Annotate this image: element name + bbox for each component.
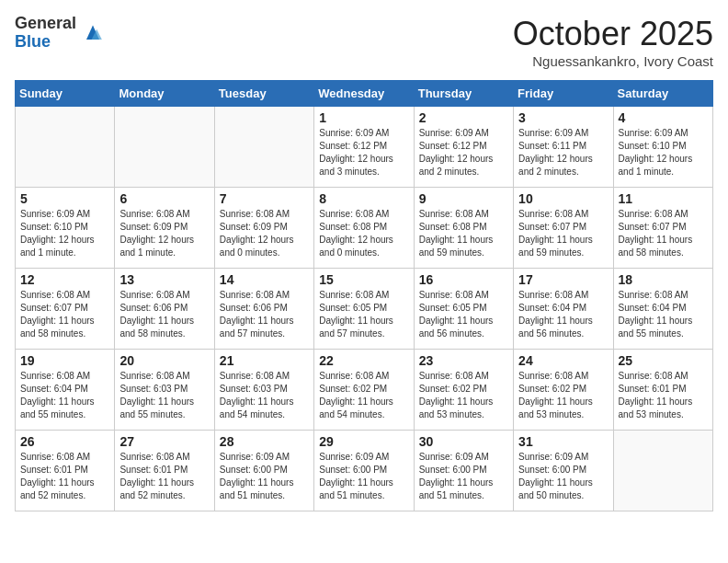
day-number: 24	[518, 353, 608, 368]
day-number: 23	[419, 353, 508, 368]
month-title: October 2025	[513, 15, 713, 53]
day-number: 4	[619, 110, 708, 125]
calendar-day-cell: 30Sunrise: 6:09 AM Sunset: 6:00 PM Dayli…	[414, 431, 513, 511]
calendar-day-cell: 19Sunrise: 6:08 AM Sunset: 6:04 PM Dayli…	[16, 350, 115, 431]
day-info: Sunrise: 6:09 AM Sunset: 6:12 PM Dayligh…	[419, 127, 508, 178]
day-info: Sunrise: 6:08 AM Sunset: 6:06 PM Dayligh…	[119, 289, 209, 340]
calendar-day-cell: 17Sunrise: 6:08 AM Sunset: 6:04 PM Dayli…	[514, 269, 613, 350]
calendar-week-row-0: 1Sunrise: 6:09 AM Sunset: 6:12 PM Daylig…	[16, 107, 713, 188]
calendar-week-row-1: 5Sunrise: 6:09 AM Sunset: 6:10 PM Daylig…	[16, 188, 713, 269]
day-number: 16	[419, 272, 508, 287]
calendar-week-row-4: 26Sunrise: 6:08 AM Sunset: 6:01 PM Dayli…	[16, 431, 713, 511]
day-info: Sunrise: 6:08 AM Sunset: 6:07 PM Dayligh…	[619, 208, 708, 259]
day-info: Sunrise: 6:09 AM Sunset: 6:12 PM Dayligh…	[319, 127, 408, 178]
day-number: 2	[419, 110, 508, 125]
day-number: 20	[119, 353, 209, 368]
day-info: Sunrise: 6:08 AM Sunset: 6:04 PM Dayligh…	[20, 370, 109, 421]
day-info: Sunrise: 6:08 AM Sunset: 6:09 PM Dayligh…	[119, 208, 209, 259]
calendar-day-cell: 16Sunrise: 6:08 AM Sunset: 6:05 PM Dayli…	[414, 269, 513, 350]
day-info: Sunrise: 6:08 AM Sunset: 6:02 PM Dayligh…	[419, 370, 508, 421]
day-number: 10	[518, 191, 608, 206]
day-number: 18	[619, 272, 708, 287]
calendar-day-cell: 14Sunrise: 6:08 AM Sunset: 6:06 PM Dayli…	[214, 269, 313, 350]
calendar-day-cell: 27Sunrise: 6:08 AM Sunset: 6:01 PM Dayli…	[115, 431, 214, 511]
calendar-day-cell: 29Sunrise: 6:09 AM Sunset: 6:00 PM Dayli…	[314, 431, 414, 511]
day-number: 6	[119, 191, 209, 206]
calendar-day-cell: 1Sunrise: 6:09 AM Sunset: 6:12 PM Daylig…	[314, 107, 414, 188]
day-number: 7	[220, 191, 309, 206]
day-number: 8	[319, 191, 408, 206]
day-info: Sunrise: 6:08 AM Sunset: 6:02 PM Dayligh…	[319, 370, 408, 421]
logo: General Blue	[15, 15, 106, 52]
day-number: 26	[20, 434, 109, 449]
logo-general: General	[15, 15, 76, 33]
day-info: Sunrise: 6:08 AM Sunset: 6:02 PM Dayligh…	[518, 370, 608, 421]
day-info: Sunrise: 6:08 AM Sunset: 6:07 PM Dayligh…	[518, 208, 608, 259]
day-info: Sunrise: 6:08 AM Sunset: 6:05 PM Dayligh…	[319, 289, 408, 340]
logo-blue: Blue	[15, 33, 76, 52]
day-number: 15	[319, 272, 408, 287]
day-info: Sunrise: 6:08 AM Sunset: 6:06 PM Dayligh…	[220, 289, 309, 340]
calendar-day-cell: 20Sunrise: 6:08 AM Sunset: 6:03 PM Dayli…	[115, 350, 214, 431]
day-info: Sunrise: 6:08 AM Sunset: 6:04 PM Dayligh…	[619, 289, 708, 340]
calendar-day-cell: 28Sunrise: 6:09 AM Sunset: 6:00 PM Dayli…	[214, 431, 313, 511]
day-info: Sunrise: 6:08 AM Sunset: 6:01 PM Dayligh…	[119, 451, 209, 502]
day-info: Sunrise: 6:08 AM Sunset: 6:01 PM Dayligh…	[20, 451, 109, 502]
day-info: Sunrise: 6:08 AM Sunset: 6:03 PM Dayligh…	[220, 370, 309, 421]
day-info: Sunrise: 6:09 AM Sunset: 6:11 PM Dayligh…	[518, 127, 608, 178]
calendar-day-cell	[115, 107, 214, 188]
day-info: Sunrise: 6:08 AM Sunset: 6:04 PM Dayligh…	[518, 289, 608, 340]
page-header: General Blue October 2025 Nguessankankro…	[15, 15, 713, 69]
calendar-day-cell: 4Sunrise: 6:09 AM Sunset: 6:10 PM Daylig…	[613, 107, 712, 188]
calendar-day-cell	[613, 431, 712, 511]
calendar-day-cell: 9Sunrise: 6:08 AM Sunset: 6:08 PM Daylig…	[414, 188, 513, 269]
header-tuesday: Tuesday	[214, 81, 313, 107]
day-number: 21	[220, 353, 309, 368]
day-number: 14	[220, 272, 309, 287]
day-info: Sunrise: 6:09 AM Sunset: 6:00 PM Dayligh…	[419, 451, 508, 502]
calendar-header-row: SundayMondayTuesdayWednesdayThursdayFrid…	[16, 81, 713, 107]
calendar-day-cell: 10Sunrise: 6:08 AM Sunset: 6:07 PM Dayli…	[514, 188, 613, 269]
calendar-day-cell: 8Sunrise: 6:08 AM Sunset: 6:08 PM Daylig…	[314, 188, 414, 269]
day-info: Sunrise: 6:09 AM Sunset: 6:00 PM Dayligh…	[319, 451, 408, 502]
header-friday: Friday	[514, 81, 613, 107]
day-info: Sunrise: 6:08 AM Sunset: 6:08 PM Dayligh…	[319, 208, 408, 259]
day-number: 31	[518, 434, 608, 449]
day-number: 30	[419, 434, 508, 449]
header-monday: Monday	[115, 81, 214, 107]
day-number: 22	[319, 353, 408, 368]
header-thursday: Thursday	[414, 81, 513, 107]
calendar-day-cell: 25Sunrise: 6:08 AM Sunset: 6:01 PM Dayli…	[613, 350, 712, 431]
day-number: 19	[20, 353, 109, 368]
day-info: Sunrise: 6:08 AM Sunset: 6:05 PM Dayligh…	[419, 289, 508, 340]
calendar-day-cell: 15Sunrise: 6:08 AM Sunset: 6:05 PM Dayli…	[314, 269, 414, 350]
calendar-day-cell: 21Sunrise: 6:08 AM Sunset: 6:03 PM Dayli…	[214, 350, 313, 431]
calendar-week-row-2: 12Sunrise: 6:08 AM Sunset: 6:07 PM Dayli…	[16, 269, 713, 350]
calendar-day-cell: 22Sunrise: 6:08 AM Sunset: 6:02 PM Dayli…	[314, 350, 414, 431]
day-info: Sunrise: 6:09 AM Sunset: 6:00 PM Dayligh…	[518, 451, 608, 502]
day-number: 5	[20, 191, 109, 206]
calendar-day-cell: 12Sunrise: 6:08 AM Sunset: 6:07 PM Dayli…	[16, 269, 115, 350]
day-info: Sunrise: 6:08 AM Sunset: 6:09 PM Dayligh…	[220, 208, 309, 259]
calendar-week-row-3: 19Sunrise: 6:08 AM Sunset: 6:04 PM Dayli…	[16, 350, 713, 431]
day-number: 12	[20, 272, 109, 287]
day-number: 29	[319, 434, 408, 449]
header-sunday: Sunday	[16, 81, 115, 107]
day-number: 28	[220, 434, 309, 449]
calendar-table: SundayMondayTuesdayWednesdayThursdayFrid…	[15, 80, 713, 511]
calendar-day-cell: 31Sunrise: 6:09 AM Sunset: 6:00 PM Dayli…	[514, 431, 613, 511]
day-number: 27	[119, 434, 209, 449]
title-block: October 2025 Nguessankankro, Ivory Coast	[513, 15, 713, 69]
header-saturday: Saturday	[613, 81, 712, 107]
calendar-day-cell: 24Sunrise: 6:08 AM Sunset: 6:02 PM Dayli…	[514, 350, 613, 431]
header-wednesday: Wednesday	[314, 81, 414, 107]
calendar-day-cell	[16, 107, 115, 188]
day-number: 17	[518, 272, 608, 287]
day-info: Sunrise: 6:08 AM Sunset: 6:07 PM Dayligh…	[20, 289, 109, 340]
calendar-day-cell: 7Sunrise: 6:08 AM Sunset: 6:09 PM Daylig…	[214, 188, 313, 269]
day-number: 3	[518, 110, 608, 125]
day-number: 9	[419, 191, 508, 206]
calendar-day-cell: 13Sunrise: 6:08 AM Sunset: 6:06 PM Dayli…	[115, 269, 214, 350]
calendar-body: 1Sunrise: 6:09 AM Sunset: 6:12 PM Daylig…	[16, 107, 713, 511]
calendar-day-cell: 11Sunrise: 6:08 AM Sunset: 6:07 PM Dayli…	[613, 188, 712, 269]
